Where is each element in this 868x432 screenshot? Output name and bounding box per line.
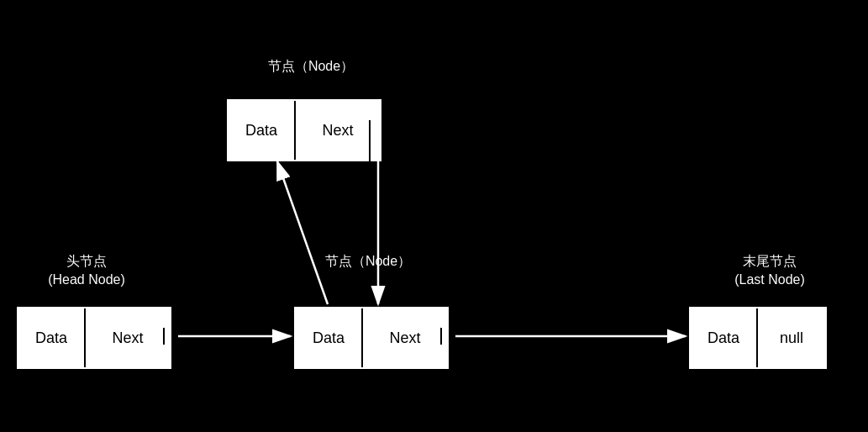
top-node-data: Data xyxy=(229,101,296,160)
top-node-next: Next xyxy=(296,101,380,160)
mid-node-data: Data xyxy=(296,308,363,367)
head-node-label: 头节点(Head Node) xyxy=(24,252,150,290)
diagonal-up-arrow xyxy=(277,161,328,304)
top-node-label: 节点（Node） xyxy=(244,57,378,76)
last-node-box: Data null xyxy=(689,307,827,369)
last-node-data: Data xyxy=(691,308,758,367)
top-node-box: Data Next xyxy=(227,99,381,161)
mid-node-next: Next xyxy=(363,308,447,367)
head-node-box: Data Next xyxy=(17,307,171,369)
last-node-label: 末尾节点(Last Node) xyxy=(702,252,837,290)
last-node-null: null xyxy=(758,308,825,367)
diagram: 节点（Node） Data Next 头节点(Head Node) Data N… xyxy=(0,0,868,432)
mid-node-box: Data Next xyxy=(294,307,449,369)
mid-node-label: 节点（Node） xyxy=(301,252,435,271)
head-node-next: Next xyxy=(86,308,170,367)
head-node-data: Data xyxy=(18,308,86,367)
